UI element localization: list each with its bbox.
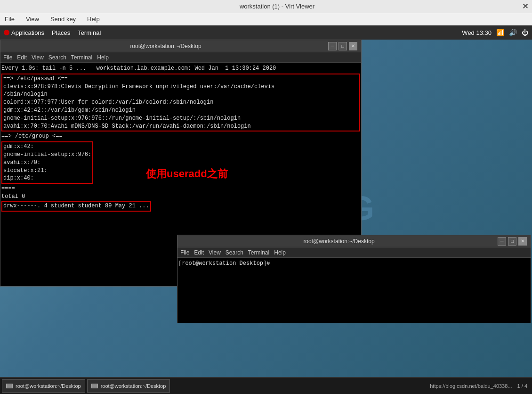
terminal2-minimize[interactable]: ─ bbox=[498, 237, 506, 246]
virt-viewer-titlebar: workstation (1) - Virt Viewer ✕ bbox=[0, 0, 532, 13]
applications-menu[interactable]: Applications bbox=[4, 29, 44, 36]
panel-left-section: Applications Places Terminal bbox=[4, 29, 101, 36]
terminal1-menubar: File Edit View Search Terminal Help bbox=[0, 52, 361, 63]
terminal1-titlebar: root@workstation:~/Desktop ─ □ ✕ bbox=[0, 40, 361, 52]
applications-label: Applications bbox=[11, 29, 44, 36]
tmenu2-terminal[interactable]: Terminal bbox=[248, 249, 269, 256]
tmenu2-help[interactable]: Help bbox=[274, 249, 286, 256]
terminal1-maximize[interactable]: □ bbox=[339, 42, 347, 50]
tmenu2-view[interactable]: View bbox=[209, 249, 221, 256]
tmenu2-file[interactable]: File bbox=[180, 249, 189, 256]
panel-right-section: Wed 13:30 📶 🔊 ⏻ bbox=[462, 29, 528, 36]
terminal2-titlebar: root@workstation:~/Desktop ─ □ ✕ bbox=[177, 235, 531, 247]
tmenu2-search[interactable]: Search bbox=[226, 249, 243, 256]
page-info: 1 / 4 bbox=[517, 383, 527, 389]
taskbar-label-2: root@workstation:~/Desktop bbox=[101, 383, 166, 389]
passwd-section: ==> /etc/passwd <==clevis:x:978:978:Clev… bbox=[1, 74, 360, 132]
terminal1-close[interactable]: ✕ bbox=[349, 42, 357, 50]
tmenu1-view[interactable]: View bbox=[32, 54, 44, 61]
terminal2-title: root@workstation:~/Desktop bbox=[181, 238, 497, 245]
clock: Wed 13:30 bbox=[462, 29, 492, 36]
terminal1-minimize[interactable]: ─ bbox=[328, 42, 337, 50]
taskbar: root@workstation:~/Desktop root@workstat… bbox=[0, 377, 532, 394]
taskbar-item-2[interactable]: root@workstation:~/Desktop bbox=[87, 379, 170, 393]
tmenu1-file[interactable]: File bbox=[3, 54, 12, 61]
tmenu2-edit[interactable]: Edit bbox=[194, 249, 204, 256]
menu-view[interactable]: View bbox=[23, 15, 42, 24]
terminal-menu[interactable]: Terminal bbox=[78, 29, 101, 36]
redhat-icon bbox=[4, 30, 9, 35]
monitor-icon-2 bbox=[91, 384, 98, 388]
terminal-label: Terminal bbox=[78, 29, 101, 36]
taskbar-right: https://blog.csdn.net/baidu_40338... 1 /… bbox=[430, 383, 530, 389]
terminal2-menubar: File Edit View Search Terminal Help bbox=[177, 247, 531, 258]
menu-sendkey[interactable]: Send key bbox=[48, 15, 79, 24]
terminal1-title: root@workstation:~/Desktop bbox=[4, 43, 327, 49]
power-icon: ⏻ bbox=[522, 29, 528, 36]
menu-file[interactable]: File bbox=[2, 15, 17, 24]
places-label: Places bbox=[52, 29, 70, 36]
tmenu1-search[interactable]: Search bbox=[48, 54, 66, 61]
volume-icon: 🔊 bbox=[509, 29, 517, 36]
terminal1-buttons: ─ □ ✕ bbox=[327, 42, 357, 50]
places-menu[interactable]: Places bbox=[52, 29, 70, 36]
monitor-icon-1 bbox=[6, 384, 13, 388]
group-section: gdm:x:42:gnome-initial-setup:x:976:avahi… bbox=[1, 141, 93, 184]
virt-viewer-menubar: File View Send key Help bbox=[0, 13, 532, 25]
tmenu1-terminal[interactable]: Terminal bbox=[71, 54, 92, 61]
page-url: https://blog.csdn.net/baidu_40338... bbox=[430, 383, 512, 389]
desktop-area: CSDN BLOG root@workstation:~/Desktop ─ □… bbox=[0, 40, 532, 377]
network-icon: 📶 bbox=[496, 29, 504, 36]
terminal2-close[interactable]: ✕ bbox=[518, 237, 527, 246]
gnome-top-panel: Applications Places Terminal Wed 13:30 📶… bbox=[0, 25, 532, 40]
taskbar-label-1: root@workstation:~/Desktop bbox=[16, 383, 81, 389]
terminal-window-2: root@workstation:~/Desktop ─ □ ✕ File Ed… bbox=[177, 235, 531, 323]
terminal2-buttons: ─ □ ✕ bbox=[497, 237, 527, 246]
menu-help[interactable]: Help bbox=[84, 15, 103, 24]
close-button[interactable]: ✕ bbox=[522, 2, 528, 11]
command-line: Every 1.0s: tail -n 5 ... workstation.la… bbox=[1, 65, 360, 73]
tmenu1-help[interactable]: Help bbox=[97, 54, 109, 61]
terminal2-maximize[interactable]: □ bbox=[508, 237, 516, 246]
terminal2-content[interactable]: [root@workstation Desktop]# bbox=[177, 258, 531, 323]
drwx-section: drwx------. 4 student student 89 May 21 … bbox=[1, 201, 151, 212]
tmenu1-edit[interactable]: Edit bbox=[17, 54, 27, 61]
window-title: workstation (1) - Virt Viewer bbox=[32, 3, 522, 10]
taskbar-item-1[interactable]: root@workstation:~/Desktop bbox=[2, 379, 85, 393]
